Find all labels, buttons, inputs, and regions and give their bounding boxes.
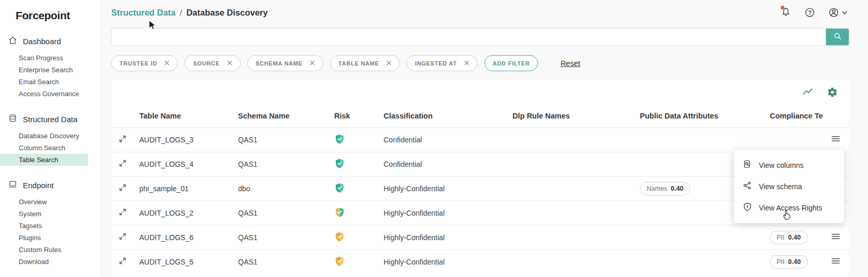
chip-label: TRUSTEE ID bbox=[120, 60, 157, 67]
breadcrumb-current: Database Discovery bbox=[186, 8, 268, 18]
cell-public-data-attributes bbox=[640, 225, 770, 249]
search-input[interactable] bbox=[112, 29, 826, 45]
compliance-badge: PII 0.40 bbox=[770, 231, 808, 244]
chip-label: SOURCE bbox=[193, 60, 219, 67]
chip-label: INGESTED AT bbox=[415, 60, 456, 67]
sidebar-item-dashboard[interactable]: Dashboard bbox=[0, 31, 101, 51]
sidebar-item-label: Dashboard bbox=[23, 37, 61, 46]
bell-icon[interactable] bbox=[780, 7, 792, 18]
shield-yellow-green-icon bbox=[334, 211, 345, 219]
filter-chip-table-name[interactable]: TABLE NAME bbox=[330, 55, 400, 71]
main-content: Structured Data / Database Discovery ? bbox=[102, 0, 868, 277]
view-access-rights-icon bbox=[743, 202, 752, 213]
topbar-icons: ? bbox=[780, 7, 849, 18]
table-row[interactable]: AUDIT_LOGS_5 QAS1 Highly-Confidential PI… bbox=[111, 249, 849, 274]
filter-chip-schema-name[interactable]: SCHEMA NAME bbox=[247, 55, 323, 71]
table-row[interactable]: AUDIT_LOGS_6 QAS1 Highly-Confidential PI… bbox=[111, 225, 849, 249]
sidebar-item-endpoint[interactable]: Endpoint bbox=[0, 175, 101, 195]
expand-row-icon[interactable] bbox=[119, 159, 127, 167]
help-icon[interactable]: ? bbox=[804, 7, 816, 18]
filter-bar: TRUSTEE ID SOURCE SCHEMA NAME TABLE NAME… bbox=[111, 55, 849, 71]
row-menu-icon[interactable] bbox=[831, 256, 841, 266]
sidebar-item-plugins[interactable]: Plugins bbox=[0, 232, 101, 244]
close-icon[interactable] bbox=[310, 60, 315, 67]
account-menu[interactable] bbox=[828, 7, 847, 18]
expand-row-icon[interactable] bbox=[119, 208, 127, 216]
attribute-badge: Names 0.40 bbox=[640, 182, 690, 195]
subnav-endpoint: Overview System Tagsets Plugins Custom R… bbox=[0, 195, 101, 272]
cell-public-data-attributes bbox=[640, 127, 770, 152]
close-icon[interactable] bbox=[464, 60, 469, 67]
account-icon bbox=[828, 7, 839, 18]
menu-item-view-schema[interactable]: View schema bbox=[734, 176, 844, 197]
close-icon[interactable] bbox=[386, 60, 391, 67]
breadcrumb-separator: / bbox=[180, 8, 182, 18]
reset-filters-link[interactable]: Reset bbox=[560, 59, 580, 68]
view-columns-icon bbox=[743, 160, 752, 170]
view-schema-icon bbox=[743, 181, 752, 192]
card-toolbar bbox=[111, 80, 849, 104]
cell-dlp-rule-names bbox=[512, 176, 640, 201]
subnav-dashboard: Scan Progress Enterprise Search Email Se… bbox=[0, 51, 101, 104]
sidebar-item-label: Endpoint bbox=[23, 181, 54, 190]
sidebar-item-email-search[interactable]: Email Search bbox=[0, 76, 101, 88]
breadcrumb-parent[interactable]: Structured Data bbox=[111, 8, 176, 18]
table-row[interactable]: AUDIT_LOGS_3 QAS1 Confidential bbox=[111, 127, 849, 152]
filter-chip-ingested-at[interactable]: INGESTED AT bbox=[406, 55, 477, 71]
sidebar-item-custom-rules[interactable]: Custom Rules bbox=[0, 244, 101, 256]
chip-label: SCHEMA NAME bbox=[256, 60, 303, 67]
cell-classification: Confidential bbox=[384, 127, 512, 152]
trend-icon[interactable] bbox=[802, 86, 813, 98]
shield-green-icon bbox=[334, 187, 345, 195]
sidebar-item-table-search[interactable]: Table Search bbox=[0, 154, 88, 166]
sidebar-item-column-search[interactable]: Column Search bbox=[0, 142, 101, 154]
sidebar-item-structured-data[interactable]: Structured Data bbox=[0, 109, 101, 129]
sidebar: Forcepoint Dashboard Scan Progress Enter… bbox=[0, 0, 102, 277]
menu-item-view-columns[interactable]: View columns bbox=[734, 154, 844, 176]
shield-green-icon bbox=[334, 138, 345, 146]
sidebar-item-download[interactable]: Download bbox=[0, 256, 101, 268]
close-icon[interactable] bbox=[164, 60, 169, 67]
cell-public-data-attributes bbox=[640, 249, 770, 274]
menu-item-view-access-rights[interactable]: View Access Rights bbox=[734, 197, 844, 218]
expand-row-icon[interactable] bbox=[119, 183, 127, 192]
expand-row-icon[interactable] bbox=[119, 232, 127, 241]
filter-chip-trustee-id[interactable]: TRUSTEE ID bbox=[111, 55, 178, 71]
nav-section-structured-data: Structured Data Database Discovery Colum… bbox=[0, 109, 101, 170]
cell-table-name: AUDIT_LOGS_5 bbox=[139, 249, 238, 274]
sidebar-item-access-governance[interactable]: Access Governance bbox=[0, 88, 101, 100]
col-risk: Risk bbox=[334, 104, 384, 127]
col-expand bbox=[111, 104, 139, 127]
row-menu-icon[interactable] bbox=[831, 134, 841, 144]
sidebar-item-tagsets[interactable]: Tagsets bbox=[0, 220, 101, 232]
cell-dlp-rule-names bbox=[512, 127, 640, 152]
col-classification: Classification bbox=[384, 104, 512, 127]
shield-yellow-icon bbox=[334, 260, 345, 268]
badge-value: 0.40 bbox=[671, 185, 683, 192]
gear-icon[interactable] bbox=[827, 87, 838, 98]
chevron-down-icon bbox=[842, 11, 847, 15]
sidebar-item-enterprise-search[interactable]: Enterprise Search bbox=[0, 64, 101, 76]
add-filter-button[interactable]: ADD FILTER bbox=[484, 55, 538, 71]
database-icon bbox=[8, 114, 17, 124]
cell-classification: Confidential bbox=[384, 152, 512, 176]
expand-row-icon[interactable] bbox=[119, 257, 127, 265]
cell-table-name: phi_sample_01 bbox=[139, 176, 238, 201]
nav-section-endpoint: Endpoint Overview System Tagsets Plugins… bbox=[0, 175, 101, 272]
sidebar-item-overview[interactable]: Overview bbox=[0, 196, 101, 208]
search-button[interactable] bbox=[826, 29, 849, 45]
sidebar-item-system[interactable]: System bbox=[0, 208, 101, 220]
badge-value: 0.40 bbox=[788, 258, 800, 266]
badge-value: 0.40 bbox=[788, 234, 800, 241]
close-icon[interactable] bbox=[227, 60, 232, 67]
row-menu-icon[interactable] bbox=[831, 231, 841, 242]
col-public-data-attributes: Public Data Attributes bbox=[640, 104, 770, 127]
search-bar bbox=[111, 28, 849, 46]
sidebar-item-database-discovery[interactable]: Database Discovery bbox=[0, 130, 101, 142]
filter-chip-source[interactable]: SOURCE bbox=[185, 55, 240, 71]
expand-row-icon[interactable] bbox=[119, 135, 127, 143]
cell-dlp-rule-names bbox=[512, 249, 640, 274]
sidebar-item-scan-progress[interactable]: Scan Progress bbox=[0, 52, 101, 64]
cell-compliance: PII 0.40 bbox=[770, 225, 827, 249]
col-schema-name: Schema Name bbox=[238, 104, 334, 127]
